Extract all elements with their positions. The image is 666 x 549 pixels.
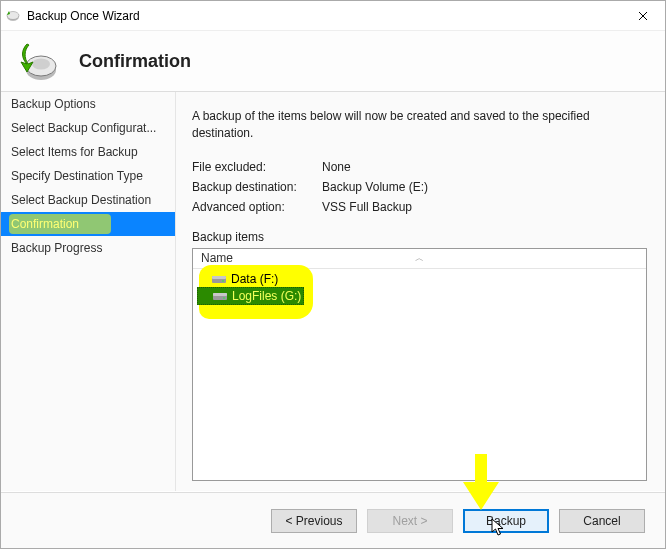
svg-rect-9	[213, 293, 227, 296]
backup-item-row[interactable]: Data (F:)	[197, 271, 642, 287]
grid-body: Data (F:) LogFiles (G:)	[193, 269, 646, 480]
description-text: A backup of the items below will now be …	[192, 108, 647, 142]
step-specify-destination-type[interactable]: Specify Destination Type	[1, 164, 175, 188]
row-file-excluded: File excluded: None	[192, 160, 647, 174]
backup-destination-label: Backup destination:	[192, 180, 322, 194]
cancel-button[interactable]: Cancel	[559, 509, 645, 533]
wizard-content: A backup of the items below will now be …	[175, 92, 665, 491]
step-select-backup-configuration[interactable]: Select Backup Configurat...	[1, 116, 175, 140]
backup-items-grid: Name ︿ Data (F:) LogFiles (G:)	[192, 248, 647, 481]
row-advanced-option: Advanced option: VSS Full Backup	[192, 200, 647, 214]
step-label: Confirmation	[11, 217, 79, 231]
step-backup-progress[interactable]: Backup Progress	[1, 236, 175, 260]
svg-rect-6	[212, 276, 226, 279]
backup-items-label: Backup items	[192, 230, 647, 244]
wizard-steps-sidebar: Backup Options Select Backup Configurat.…	[1, 92, 175, 491]
next-button: Next >	[367, 509, 453, 533]
item-label: LogFiles (G:)	[232, 289, 301, 303]
svg-point-10	[223, 297, 225, 299]
row-backup-destination: Backup destination: Backup Volume (E:)	[192, 180, 647, 194]
backup-destination-value: Backup Volume (E:)	[322, 180, 428, 194]
svg-point-7	[222, 280, 224, 282]
sort-indicator-icon: ︿	[415, 252, 424, 265]
file-excluded-value: None	[322, 160, 351, 174]
app-icon	[5, 8, 21, 24]
wizard-body: Backup Options Select Backup Configurat.…	[1, 91, 665, 491]
titlebar: Backup Once Wizard	[1, 1, 665, 31]
backup-button[interactable]: Backup	[463, 509, 549, 533]
window-title: Backup Once Wizard	[27, 9, 620, 23]
backup-item-row[interactable]: LogFiles (G:)	[197, 287, 304, 305]
file-excluded-label: File excluded:	[192, 160, 322, 174]
svg-point-4	[32, 59, 50, 70]
page-title: Confirmation	[79, 51, 191, 72]
step-confirmation[interactable]: Confirmation	[1, 212, 175, 236]
disk-icon	[211, 273, 227, 285]
close-button[interactable]	[620, 2, 665, 30]
disk-icon	[212, 290, 228, 302]
step-select-items[interactable]: Select Items for Backup	[1, 140, 175, 164]
step-backup-options[interactable]: Backup Options	[1, 92, 175, 116]
wizard-footer: < Previous Next > Backup Cancel	[1, 492, 665, 548]
advanced-option-label: Advanced option:	[192, 200, 322, 214]
column-name: Name	[201, 251, 233, 265]
advanced-option-value: VSS Full Backup	[322, 200, 412, 214]
step-select-backup-destination[interactable]: Select Backup Destination	[1, 188, 175, 212]
item-label: Data (F:)	[231, 272, 278, 286]
wizard-header: Confirmation	[1, 31, 665, 91]
wizard-header-icon	[15, 40, 57, 82]
previous-button[interactable]: < Previous	[271, 509, 357, 533]
